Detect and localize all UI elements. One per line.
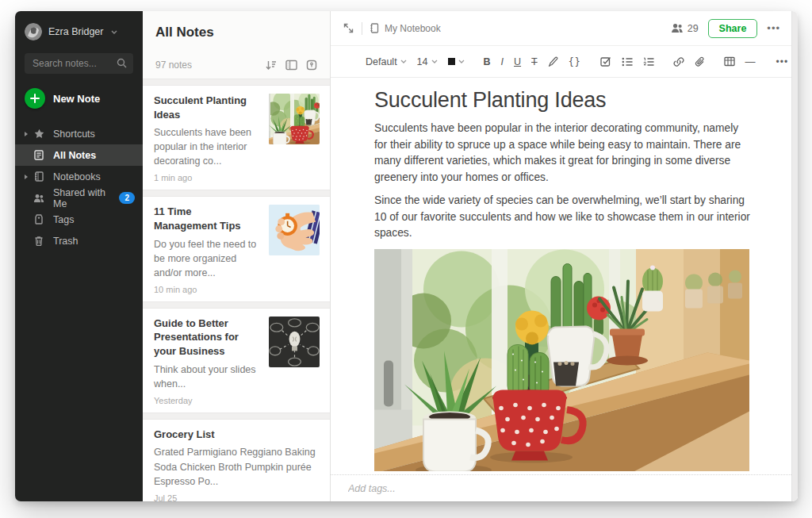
- bold-button[interactable]: B: [484, 56, 491, 67]
- trash-icon: [33, 236, 45, 246]
- note-image-succulents[interactable]: [374, 249, 749, 471]
- italic-button[interactable]: I: [501, 56, 504, 67]
- chevron-down-icon: [400, 59, 407, 63]
- note-thumbnail-succulents: [269, 94, 320, 144]
- strikethrough-button[interactable]: T: [531, 56, 538, 67]
- view-options-icon[interactable]: [285, 59, 297, 71]
- sidebar-item-notebooks[interactable]: Notebooks: [15, 166, 143, 187]
- note-list-item[interactable]: 11 Time Management Tips Do you feel the …: [143, 196, 330, 301]
- font-size-select[interactable]: 14: [417, 56, 438, 67]
- new-note-button[interactable]: New Note: [25, 88, 133, 109]
- sort-icon[interactable]: [265, 59, 277, 71]
- highlight-button[interactable]: [548, 56, 558, 67]
- note-thumbnail-stopwatch: [269, 205, 320, 255]
- user-name: Ezra Bridger: [48, 26, 103, 37]
- paragraph-style-select[interactable]: Default: [366, 56, 407, 67]
- numbered-list-button[interactable]: [643, 57, 654, 67]
- app-window: Ezra Bridger New Note Shortcuts: [15, 11, 798, 501]
- note-time: Yesterday: [154, 396, 257, 405]
- formatting-toolbar: Default 14 B I U T {}: [331, 46, 798, 78]
- note-content[interactable]: Succulent Planting Ideas Succulents have…: [331, 78, 798, 474]
- chevron-down-icon: [431, 59, 438, 63]
- divider: [362, 22, 362, 35]
- note-title: 11 Time Management Tips: [154, 205, 257, 232]
- editor-header: My Notebook 29 Share •••: [331, 11, 798, 46]
- caret-right-icon[interactable]: [20, 132, 33, 136]
- insert-table-button[interactable]: [724, 56, 735, 67]
- new-note-label: New Note: [53, 93, 100, 105]
- note-list-item[interactable]: Grocery List Grated Parmigiano Reggiano …: [143, 419, 330, 501]
- note-title: Succulent Planting Ideas: [154, 94, 257, 121]
- more-options-icon[interactable]: •••: [767, 22, 780, 34]
- note-icon: [33, 150, 45, 160]
- search-icon: [117, 58, 127, 68]
- note-editor-panel: My Notebook 29 Share ••• Default 14: [331, 11, 798, 501]
- notes-scroll-area[interactable]: Succulent Planting Ideas Succulents have…: [143, 79, 330, 501]
- people-icon: [33, 194, 45, 203]
- desktop-background: Ezra Bridger New Note Shortcuts: [0, 0, 812, 518]
- avatar: [25, 23, 42, 40]
- search-box: [25, 53, 133, 74]
- note-time: 1 min ago: [154, 173, 257, 182]
- note-list-item[interactable]: Succulent Planting Ideas Succulents have…: [143, 85, 330, 190]
- note-editor-title[interactable]: Succulent Planting Ideas: [374, 88, 766, 113]
- notes-list-title: All Notes: [155, 25, 317, 40]
- add-tags-input[interactable]: [348, 483, 538, 494]
- link-button[interactable]: [673, 56, 684, 67]
- sidebar-item-trash[interactable]: Trash: [15, 230, 143, 251]
- checklist-button[interactable]: [600, 56, 611, 67]
- notes-list-header: All Notes 97 notes: [143, 11, 330, 79]
- chevron-down-icon: [111, 30, 117, 34]
- note-paragraph: Since the wide variety of species can be…: [374, 193, 753, 242]
- share-button[interactable]: Share: [708, 19, 758, 38]
- note-snippet: Grated Parmigiano Reggiano Baking Soda C…: [154, 445, 319, 488]
- account-menu[interactable]: Ezra Bridger: [15, 11, 143, 47]
- note-snippet: Succulents have been popular in the inte…: [154, 125, 257, 168]
- notes-count: 97 notes: [155, 59, 192, 71]
- sidebar: Ezra Bridger New Note Shortcuts: [15, 11, 143, 501]
- note-title: Grocery List: [154, 428, 319, 442]
- attachment-button[interactable]: [695, 56, 705, 67]
- code-block-button[interactable]: {}: [569, 56, 581, 67]
- sidebar-nav: Shortcuts All Notes Notebooks: [15, 123, 143, 251]
- note-snippet: Do you feel the need to be more organize…: [154, 237, 257, 280]
- sidebar-item-shortcuts[interactable]: Shortcuts: [15, 123, 143, 144]
- insert-divider-button[interactable]: —: [745, 56, 756, 67]
- note-time: 10 min ago: [154, 285, 257, 294]
- filter-tag-icon[interactable]: [306, 59, 317, 71]
- caret-right-icon[interactable]: [20, 175, 33, 179]
- shared-count-badge: 2: [119, 192, 135, 204]
- collaborators-count: 29: [688, 23, 699, 34]
- plus-icon: [25, 88, 45, 109]
- text-color-select[interactable]: [448, 58, 465, 65]
- sidebar-item-shared-with-me[interactable]: Shared with Me 2: [15, 187, 143, 209]
- note-title: Guide to Better Presentations for your B…: [154, 317, 257, 359]
- collaborators[interactable]: 29: [671, 23, 699, 34]
- note-snippet: Think about your slides when...: [154, 363, 257, 391]
- tag-bar: [331, 474, 798, 501]
- note-list-item[interactable]: Guide to Better Presentations for your B…: [143, 308, 330, 413]
- notebook-breadcrumb[interactable]: My Notebook: [385, 23, 441, 34]
- toolbar-more-icon[interactable]: •••: [776, 56, 789, 67]
- chevron-down-icon: [458, 59, 465, 63]
- expand-note-icon[interactable]: [343, 23, 354, 33]
- notebook-icon: [33, 171, 45, 182]
- color-swatch: [448, 58, 455, 65]
- tag-icon: [33, 214, 45, 224]
- note-time: Jul 25: [154, 493, 319, 501]
- sidebar-item-tags[interactable]: Tags: [15, 209, 143, 230]
- notebook-icon: [370, 23, 379, 33]
- star-icon: [33, 129, 45, 139]
- note-thumbnail-lightbulb: [269, 317, 320, 367]
- underline-button[interactable]: U: [514, 56, 521, 67]
- notes-list-panel: All Notes 97 notes Succulent: [143, 11, 331, 501]
- note-paragraph: Succulents have been popular in the inte…: [374, 121, 753, 186]
- sidebar-item-all-notes[interactable]: All Notes: [15, 144, 143, 166]
- bulleted-list-button[interactable]: [622, 57, 633, 67]
